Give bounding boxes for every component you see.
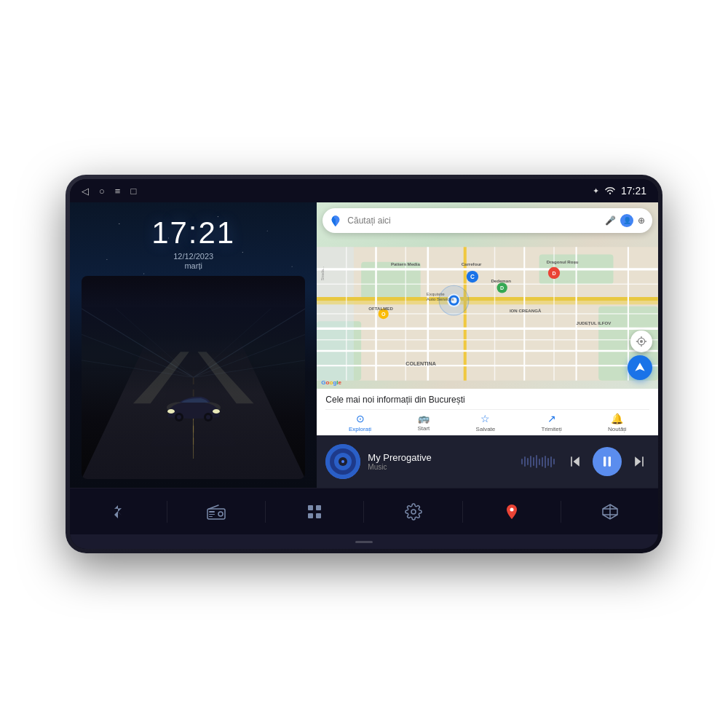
status-bar: ◁ ○ ≡ □ ✦ 17:21 — [70, 179, 658, 202]
info-tabs: ⊙ Explorați 🚌 Start ☆ Salvate ↗ — [325, 409, 649, 432]
svg-point-91 — [411, 510, 416, 514]
skip-forward-icon — [632, 454, 646, 469]
dock-maps[interactable] — [494, 494, 529, 529]
saved-icon: ☆ — [480, 413, 490, 424]
wave-bar — [545, 456, 546, 468]
search-right-icons: 🎤 👤 ⊕ — [605, 214, 645, 227]
next-track-button[interactable] — [629, 451, 649, 472]
lock-screen-day: marți — [184, 261, 202, 270]
microphone-icon[interactable]: 🎤 — [605, 215, 616, 226]
svg-text:D: D — [500, 285, 504, 291]
status-indicators: ✦ 17:21 — [593, 185, 646, 197]
dock-settings[interactable] — [396, 494, 431, 529]
navigate-icon — [634, 362, 646, 373]
svg-text:COLENTINA: COLENTINA — [406, 361, 437, 367]
dock-divider-4 — [462, 501, 463, 523]
svg-rect-89 — [308, 513, 313, 518]
lock-screen-panel: 17:21 12/12/2023 marți — [70, 202, 317, 488]
wave-bar — [533, 457, 534, 466]
svg-marker-18 — [133, 352, 189, 403]
tab-start[interactable]: 🚌 Start — [417, 413, 430, 432]
svg-rect-77 — [604, 456, 606, 466]
album-art-visual — [325, 444, 360, 479]
car-scene — [82, 276, 305, 479]
svg-rect-88 — [316, 505, 321, 510]
share-icon: ↗ — [547, 413, 556, 424]
apps-grid-icon — [306, 503, 323, 521]
svg-rect-78 — [609, 456, 611, 466]
map-area[interactable]: C D D O — [317, 202, 658, 389]
dock-extra[interactable] — [593, 494, 628, 529]
svg-rect-90 — [316, 513, 321, 518]
bluetooth-icon — [109, 503, 127, 521]
search-placeholder-text: Căutați aici — [347, 215, 599, 226]
wifi-icon — [605, 186, 615, 196]
svg-point-74 — [341, 460, 344, 463]
svg-text:O: O — [381, 312, 386, 317]
tab-noutăți[interactable]: 🔔 Noutăți — [608, 413, 626, 432]
svg-text:Carrefour: Carrefour — [462, 261, 482, 266]
dock-divider-2 — [265, 501, 266, 523]
svg-rect-85 — [209, 514, 215, 515]
svg-text:JUDEȚUL ILFOV: JUDEȚUL ILFOV — [577, 320, 612, 325]
svg-text:OFTALMED: OFTALMED — [369, 306, 394, 311]
music-info: My Prerogative Music — [368, 452, 514, 471]
nav-menu-button[interactable]: ≡ — [115, 186, 121, 197]
music-title: My Prerogative — [368, 452, 514, 463]
svg-text:D: D — [553, 271, 556, 277]
tab-salvate[interactable]: ☆ Salvate — [476, 413, 496, 432]
svg-text:Dragonul Roșu: Dragonul Roșu — [547, 259, 579, 264]
skip-back-icon — [568, 454, 582, 469]
device-frame: ◁ ○ ≡ □ ✦ 17:21 — [66, 175, 662, 553]
wave-bar — [539, 459, 540, 465]
dock-apps[interactable] — [297, 494, 332, 529]
headlight-beams — [82, 337, 305, 419]
bottom-dock — [70, 488, 658, 534]
dock-divider — [167, 501, 167, 523]
saved-label: Salvate — [476, 426, 496, 432]
wave-bar — [527, 458, 529, 465]
nav-back-button[interactable]: ◁ — [82, 186, 89, 197]
svg-text:Auto Services: Auto Services — [427, 296, 454, 301]
settings-gear-icon — [405, 503, 422, 521]
map-search-bar[interactable]: Căutați aici 🎤 👤 ⊕ — [323, 208, 652, 233]
more-options-icon[interactable]: ⊕ — [638, 215, 645, 226]
previous-track-button[interactable] — [565, 451, 585, 472]
svg-rect-21 — [361, 262, 421, 299]
radio-icon — [207, 504, 226, 520]
svg-text:C: C — [470, 274, 475, 280]
android-auto-panel: C D D O — [317, 202, 658, 488]
svg-point-68 — [640, 340, 643, 343]
dock-radio[interactable] — [199, 494, 234, 529]
lock-screen-time: 17:21 — [151, 215, 235, 250]
dock-bluetooth[interactable] — [100, 494, 135, 529]
svg-marker-79 — [635, 456, 641, 466]
profile-icon[interactable]: 👤 — [620, 214, 633, 227]
svg-text:Strada...: Strada... — [321, 266, 325, 280]
svg-text:Exquisite: Exquisite — [427, 291, 445, 296]
bluetooth-icon: ✦ — [593, 186, 599, 196]
tab-trimiteți[interactable]: ↗ Trimiteți — [542, 413, 562, 432]
svg-marker-19 — [198, 352, 254, 403]
pause-icon — [600, 454, 614, 469]
svg-point-92 — [510, 507, 513, 511]
start-label: Start — [417, 425, 430, 432]
info-bar: Cele mai noi informații din București ⊙ … — [317, 389, 658, 435]
dock-divider-3 — [363, 501, 364, 523]
map-navigate-button[interactable] — [628, 355, 652, 380]
map-location-button[interactable] — [630, 331, 652, 352]
music-waveform — [521, 454, 555, 469]
info-title-text: Cele mai noi informații din București — [325, 395, 649, 405]
svg-rect-80 — [642, 456, 644, 466]
nav-screenshot-button[interactable]: □ — [130, 186, 136, 197]
transit-icon: 🚌 — [418, 413, 430, 424]
swipe-indicator[interactable] — [70, 534, 658, 549]
nav-home-button[interactable]: ○ — [99, 186, 105, 197]
share-label: Trimiteți — [542, 426, 562, 432]
tab-explorați[interactable]: ⊙ Explorați — [349, 413, 371, 432]
lock-screen-date: 12/12/2023 — [173, 252, 213, 261]
wave-bar — [553, 459, 555, 464]
play-pause-button[interactable] — [593, 447, 622, 476]
svg-rect-76 — [571, 456, 572, 466]
wave-bar — [550, 456, 552, 467]
